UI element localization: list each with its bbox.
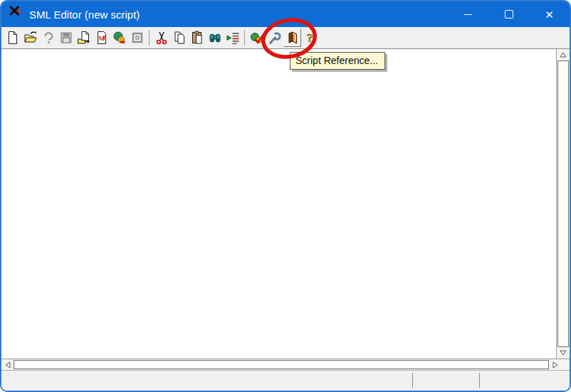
help-button[interactable]: ?	[301, 28, 319, 47]
tooltip-script-reference: Script Reference...	[290, 52, 385, 70]
revert-button[interactable]	[39, 28, 57, 47]
find-button[interactable]	[206, 28, 224, 47]
vertical-scroll-thumb[interactable]	[557, 60, 569, 347]
main-area	[1, 49, 570, 359]
open-folder-icon	[23, 31, 38, 45]
triangle-right-icon	[551, 361, 560, 369]
save-disk-icon	[59, 31, 73, 45]
triangle-down-icon	[559, 349, 567, 357]
run-script-icon	[112, 31, 127, 45]
triangle-up-icon	[559, 51, 567, 59]
toolbar-separator	[244, 30, 245, 46]
window-title: SML Editor (new script)	[29, 9, 140, 21]
toolbar: M	[1, 27, 570, 49]
tools-button[interactable]	[266, 28, 283, 47]
goto-line-icon	[226, 31, 240, 45]
script-editor-area[interactable]	[1, 49, 556, 359]
save-as-icon	[77, 31, 91, 45]
new-document-icon	[6, 31, 20, 45]
scrollbar-corner	[561, 359, 570, 370]
stop-script-button[interactable]	[128, 28, 146, 47]
sml-editor-window: ML ✕ SML Editor (new script) ✕	[0, 0, 571, 392]
status-pane-middle	[413, 371, 479, 391]
triangle-left-icon	[4, 361, 12, 369]
copy-pages-icon	[172, 31, 187, 45]
run-script-button[interactable]	[110, 28, 128, 47]
minimize-icon	[464, 14, 472, 15]
paste-button[interactable]	[188, 28, 206, 47]
horizontal-scrollbar	[1, 359, 570, 370]
minimize-button[interactable]	[448, 1, 488, 27]
cut-button[interactable]	[152, 28, 170, 47]
check-syntax-icon	[250, 31, 264, 45]
vertical-scrollbar	[556, 49, 570, 359]
maximize-icon	[505, 10, 513, 18]
revert-question-icon	[41, 31, 56, 45]
scroll-left-button[interactable]	[1, 359, 14, 370]
status-bar	[1, 370, 570, 391]
status-pane-right	[480, 371, 570, 391]
cut-scissors-icon	[154, 31, 169, 45]
titlebar: ML ✕ SML Editor (new script) ✕	[1, 1, 570, 27]
window-controls: ✕	[448, 1, 570, 27]
find-binoculars-icon	[208, 31, 222, 45]
close-button[interactable]: ✕	[529, 1, 570, 27]
toolbar-separator	[149, 30, 150, 46]
save-as-button[interactable]	[75, 28, 93, 47]
script-reference-button[interactable]	[283, 28, 301, 47]
maximize-button[interactable]	[488, 1, 529, 27]
paste-clipboard-icon	[190, 31, 204, 45]
help-question-icon: ?	[303, 31, 318, 45]
goto-line-button[interactable]	[224, 28, 241, 47]
check-syntax-button[interactable]	[248, 28, 266, 47]
app-icon: ML ✕	[8, 6, 23, 22]
horizontal-scroll-thumb[interactable]	[14, 360, 549, 369]
scroll-down-button[interactable]	[557, 347, 570, 359]
copy-button[interactable]	[170, 28, 188, 47]
stop-icon	[130, 31, 145, 45]
scroll-up-button[interactable]	[557, 49, 570, 60]
new-script-button[interactable]	[4, 28, 21, 47]
scroll-right-button[interactable]	[549, 359, 561, 370]
save-button[interactable]	[57, 28, 75, 47]
open-script-button[interactable]	[21, 28, 39, 47]
macro-file-button[interactable]: M	[93, 28, 110, 47]
svg-text:?: ?	[307, 31, 313, 45]
close-icon: ✕	[545, 9, 554, 20]
wrench-icon	[268, 31, 282, 45]
macro-file-icon: M	[95, 31, 109, 45]
status-pane-main	[1, 371, 412, 391]
script-reference-book-icon	[286, 31, 300, 45]
